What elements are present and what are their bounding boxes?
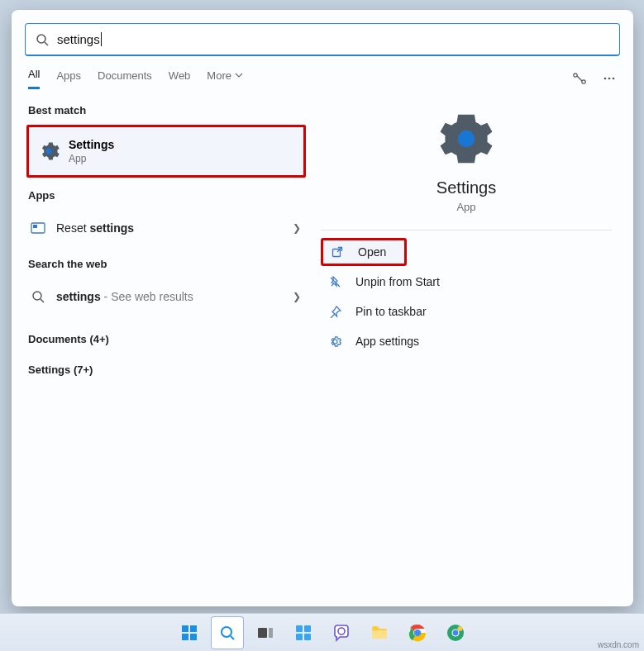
- widgets-icon: [294, 624, 312, 642]
- svg-rect-28: [372, 630, 387, 639]
- pin-icon: [329, 306, 341, 318]
- svg-line-11: [41, 299, 44, 302]
- svg-rect-15: [182, 625, 188, 632]
- action-unpin-start[interactable]: Unpin from Start: [321, 267, 612, 297]
- svg-rect-22: [269, 628, 273, 638]
- action-app-settings[interactable]: App settings: [321, 326, 612, 356]
- taskbar-chrome-canary[interactable]: [439, 616, 472, 649]
- svg-point-4: [604, 78, 607, 80]
- folder-icon: [370, 623, 389, 643]
- web-header: Search the web: [28, 258, 306, 270]
- action-pin-taskbar[interactable]: Pin to taskbar: [321, 297, 612, 326]
- svg-rect-16: [190, 625, 197, 632]
- best-match-header: Best match: [28, 104, 306, 116]
- preview-pane: Settings App Open Unpin from Start: [314, 104, 618, 606]
- tab-apps[interactable]: Apps: [56, 68, 81, 89]
- best-match-title: Settings: [69, 138, 114, 151]
- svg-point-19: [222, 627, 231, 637]
- action-label: Unpin from Start: [355, 275, 440, 288]
- watermark: wsxdn.com: [598, 640, 639, 649]
- svg-point-10: [33, 292, 41, 300]
- tab-web[interactable]: Web: [169, 68, 191, 89]
- svg-rect-18: [190, 634, 197, 640]
- taskbar-search[interactable]: [211, 616, 244, 649]
- svg-point-35: [452, 630, 458, 635]
- windows-icon: [180, 624, 198, 642]
- gear-icon: [329, 335, 341, 348]
- search-window: settings All Apps Documents Web More Bes…: [12, 10, 633, 606]
- action-label: Open: [358, 245, 386, 259]
- search-icon: [219, 625, 236, 641]
- settings-group-header: Settings (7+): [28, 364, 306, 376]
- svg-rect-9: [33, 225, 37, 228]
- chevron-down-icon: [235, 71, 243, 79]
- svg-point-5: [608, 78, 611, 80]
- svg-rect-23: [296, 625, 303, 632]
- result-reset-settings[interactable]: Reset settings ❯: [26, 210, 306, 246]
- open-external-icon: [332, 246, 343, 258]
- svg-point-2: [574, 74, 577, 77]
- results-list: Best match Settings App Apps Reset setti…: [26, 104, 306, 606]
- gear-icon: [37, 140, 60, 163]
- best-match-settings[interactable]: Settings App: [26, 125, 306, 178]
- best-match-subtitle: App: [69, 153, 114, 164]
- apps-header: Apps: [28, 189, 306, 202]
- action-label: App settings: [355, 335, 419, 348]
- tab-more[interactable]: More: [207, 68, 243, 89]
- unpin-icon: [329, 276, 341, 288]
- search-input[interactable]: settings: [25, 23, 620, 56]
- more-options-icon[interactable]: [602, 71, 617, 86]
- svg-point-3: [582, 80, 585, 83]
- svg-rect-25: [296, 634, 303, 640]
- tab-documents[interactable]: Documents: [98, 68, 152, 89]
- chrome-canary-icon: [446, 624, 465, 642]
- svg-point-0: [37, 35, 45, 43]
- taskbar-taskview[interactable]: [249, 616, 282, 649]
- svg-line-1: [45, 42, 48, 45]
- taskbar-start[interactable]: [173, 616, 206, 649]
- chevron-right-icon: ❯: [293, 291, 301, 302]
- chat-icon: [332, 624, 351, 642]
- chevron-right-icon: ❯: [293, 222, 301, 234]
- result-label: settings - See web results: [56, 290, 293, 303]
- svg-point-7: [46, 149, 52, 154]
- result-label: Reset settings: [56, 221, 293, 235]
- svg-point-6: [613, 78, 615, 80]
- taskbar: [0, 613, 644, 651]
- preview-subtitle: App: [456, 201, 475, 213]
- preview-title: Settings: [436, 178, 496, 197]
- search-icon: [36, 33, 49, 46]
- divider: [321, 230, 612, 230]
- action-open[interactable]: Open: [321, 238, 407, 266]
- svg-rect-17: [182, 634, 188, 640]
- svg-point-12: [458, 131, 475, 147]
- taskbar-chrome[interactable]: [401, 616, 434, 649]
- result-web-settings[interactable]: settings - See web results ❯: [26, 278, 306, 315]
- settings-app-icon: [31, 221, 45, 235]
- search-query-text: settings: [57, 32, 102, 46]
- search-icon: [31, 290, 45, 303]
- chrome-icon: [408, 624, 427, 642]
- svg-point-36: [457, 626, 462, 631]
- action-label: Pin to taskbar: [355, 305, 427, 318]
- taskbar-chat[interactable]: [325, 616, 358, 649]
- gear-icon: [440, 112, 493, 165]
- svg-rect-26: [304, 634, 311, 640]
- svg-rect-21: [258, 628, 267, 638]
- svg-line-20: [231, 636, 234, 639]
- taskview-icon: [256, 624, 274, 642]
- tab-all[interactable]: All: [28, 68, 40, 89]
- svg-rect-24: [304, 625, 311, 632]
- filter-tabs: All Apps Documents Web More: [28, 68, 617, 89]
- taskbar-explorer[interactable]: [363, 616, 396, 649]
- taskbar-widgets[interactable]: [287, 616, 320, 649]
- network-path-icon[interactable]: [572, 71, 587, 86]
- documents-header: Documents (4+): [28, 333, 306, 345]
- svg-point-32: [414, 630, 419, 634]
